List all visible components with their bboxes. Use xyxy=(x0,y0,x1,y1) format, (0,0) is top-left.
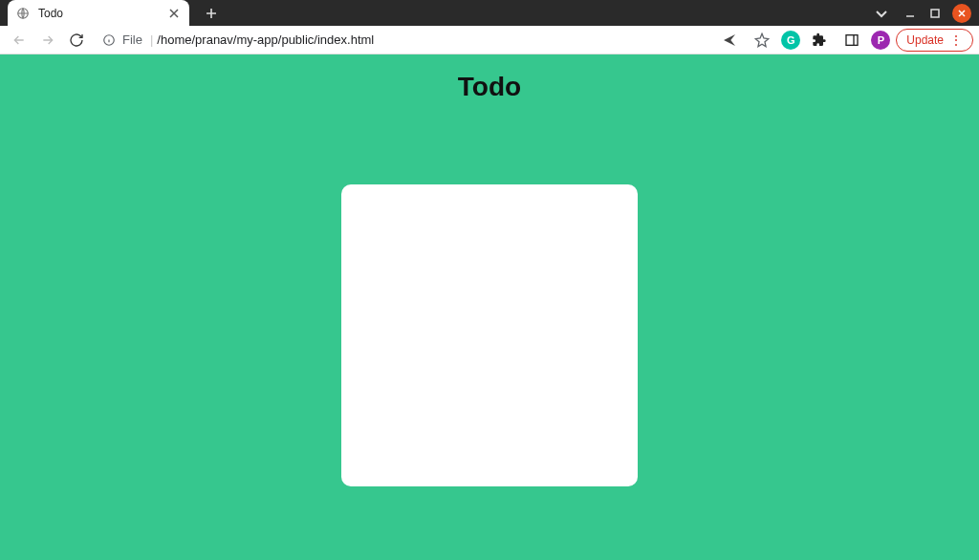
page-title: Todo xyxy=(458,72,521,102)
back-icon[interactable] xyxy=(6,27,33,54)
toolbar-right: G P Update ⋮ xyxy=(716,27,973,54)
update-button[interactable]: Update ⋮ xyxy=(896,29,973,52)
forward-icon[interactable] xyxy=(34,27,61,54)
tab-title: Todo xyxy=(38,7,166,20)
address-path: /home/pranav/my-app/public/index.html xyxy=(157,32,374,47)
maximize-icon[interactable] xyxy=(927,6,943,21)
reload-icon[interactable] xyxy=(63,27,90,54)
globe-icon xyxy=(15,6,31,21)
svg-rect-1 xyxy=(931,10,939,17)
new-tab-button[interactable] xyxy=(199,1,224,26)
extensions-icon[interactable] xyxy=(806,27,833,54)
browser-toolbar: File | /home/pranav/my-app/public/index.… xyxy=(0,26,979,54)
window-close-icon[interactable] xyxy=(952,4,971,23)
browser-tab[interactable]: Todo xyxy=(8,0,189,26)
todo-card xyxy=(341,184,638,486)
side-panel-icon[interactable] xyxy=(838,27,865,54)
menu-dots-icon: ⋮ xyxy=(949,33,963,47)
send-icon[interactable] xyxy=(716,27,743,54)
minimize-icon[interactable] xyxy=(903,6,918,21)
address-bar[interactable]: File | /home/pranav/my-app/public/index.… xyxy=(96,28,710,53)
profile-avatar[interactable]: P xyxy=(871,31,890,50)
tab-search-icon[interactable] xyxy=(870,6,893,21)
grammarly-icon[interactable]: G xyxy=(781,31,800,50)
star-icon[interactable] xyxy=(749,27,775,54)
window-controls xyxy=(870,0,975,26)
browser-title-bar: Todo xyxy=(0,0,979,26)
address-separator: | xyxy=(150,32,153,47)
update-button-label: Update xyxy=(906,33,944,47)
svg-rect-3 xyxy=(846,34,858,45)
tab-close-icon[interactable] xyxy=(166,6,182,21)
address-scheme: File xyxy=(122,32,142,47)
page-content: Todo xyxy=(0,54,979,560)
info-icon[interactable] xyxy=(101,32,117,48)
